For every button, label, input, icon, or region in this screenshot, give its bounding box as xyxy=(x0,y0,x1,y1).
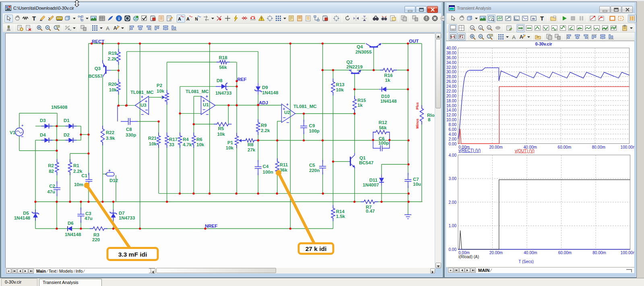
svg-text:C9: C9 xyxy=(309,123,315,128)
svg-text:D4: D4 xyxy=(40,133,46,137)
svg-text:2.00: 2.00 xyxy=(449,137,457,141)
svg-text:BC547: BC547 xyxy=(359,160,374,165)
svg-text:D5: D5 xyxy=(23,211,29,216)
svg-text:10k: 10k xyxy=(196,142,204,147)
svg-text:+: + xyxy=(206,94,208,99)
svg-text:47u: 47u xyxy=(85,216,93,221)
svg-text:56k: 56k xyxy=(219,65,227,70)
svg-text:1N4148: 1N4148 xyxy=(14,216,31,220)
svg-text:ADJ: ADJ xyxy=(259,100,268,105)
svg-text:18.00: 18.00 xyxy=(446,99,456,103)
svg-text:Q3: Q3 xyxy=(95,66,101,71)
svg-text:R9: R9 xyxy=(261,123,267,128)
svg-text:P2: P2 xyxy=(157,83,162,88)
svg-text:R15: R15 xyxy=(357,98,366,103)
svg-text:C5: C5 xyxy=(309,163,315,168)
svg-text:D6: D6 xyxy=(68,221,74,226)
svg-text:3.3 mF idi: 3.3 mF idi xyxy=(118,251,147,258)
svg-text:!: ! xyxy=(426,16,427,21)
svg-text:−: − xyxy=(21,134,23,139)
svg-text:R22: R22 xyxy=(106,130,114,135)
svg-text:R11: R11 xyxy=(280,162,288,167)
svg-text:+: + xyxy=(286,102,289,107)
svg-text:20.00: 20.00 xyxy=(446,94,456,98)
svg-text:i(Rload) (A): i(Rload) (A) xyxy=(458,255,479,259)
svg-text:60.00m: 60.00m xyxy=(558,251,572,255)
svg-text:T: T xyxy=(32,15,36,22)
svg-text:D9: D9 xyxy=(262,85,268,90)
svg-text:U2: U2 xyxy=(284,110,290,115)
svg-text:26.00: 26.00 xyxy=(446,79,456,84)
svg-text:100.00m: 100.00m xyxy=(621,251,634,255)
svg-text:D1: D1 xyxy=(64,118,70,123)
svg-text:T: T xyxy=(540,15,544,22)
svg-text:P1: P1 xyxy=(227,140,233,145)
svg-text:36.00: 36.00 xyxy=(446,56,456,60)
svg-text:i: i xyxy=(118,16,120,21)
svg-text:2.2k: 2.2k xyxy=(261,128,270,133)
svg-text:80.00m: 80.00m xyxy=(592,145,605,149)
svg-text:100: 100 xyxy=(56,25,60,27)
svg-text:20.00m: 20.00m xyxy=(489,251,503,255)
svg-text:10m: 10m xyxy=(74,182,83,187)
svg-text:R18: R18 xyxy=(219,55,227,60)
svg-text:C1: C1 xyxy=(81,173,87,178)
svg-text:Q2: Q2 xyxy=(347,60,353,64)
svg-text:24.00: 24.00 xyxy=(446,84,456,89)
svg-text:D8: D8 xyxy=(217,78,223,83)
svg-text:OUT: OUT xyxy=(409,39,419,44)
svg-text:2.2k: 2.2k xyxy=(108,56,117,61)
svg-text:1N4733: 1N4733 xyxy=(119,216,135,220)
svg-text:10k: 10k xyxy=(109,87,117,92)
svg-text:+: + xyxy=(141,95,143,99)
svg-text:1N4148: 1N4148 xyxy=(65,232,81,237)
svg-text:fx: fx xyxy=(532,17,535,21)
svg-text:−: − xyxy=(286,120,289,125)
svg-text:82: 82 xyxy=(49,169,54,174)
svg-text:D11: D11 xyxy=(369,178,378,182)
svg-text:2.00: 2.00 xyxy=(449,200,457,205)
svg-text:40.00m: 40.00m xyxy=(524,251,537,255)
svg-text:4.00: 4.00 xyxy=(449,153,457,158)
svg-text:0-30v.cir: 0-30v.cir xyxy=(535,41,552,46)
svg-text:R12: R12 xyxy=(378,120,387,125)
svg-text:R14: R14 xyxy=(336,209,345,214)
svg-text:16.00: 16.00 xyxy=(446,104,456,108)
svg-text:−: − xyxy=(202,107,205,112)
svg-text:C2: C2 xyxy=(49,184,55,189)
svg-text:8: 8 xyxy=(428,117,431,122)
svg-text:A: A xyxy=(186,17,190,21)
svg-text:10.00: 10.00 xyxy=(446,118,456,122)
svg-text:N: N xyxy=(195,17,198,21)
svg-text:R17: R17 xyxy=(169,137,178,142)
svg-text:38.00: 38.00 xyxy=(446,51,456,55)
svg-text:R8: R8 xyxy=(248,142,254,147)
svg-text:34.00: 34.00 xyxy=(446,60,456,65)
svg-text:C4: C4 xyxy=(263,164,269,169)
svg-text:R19: R19 xyxy=(108,51,117,56)
svg-text:REF: REF xyxy=(237,77,247,82)
svg-text:Plus: Plus xyxy=(415,102,419,110)
svg-text:Minus: Minus xyxy=(415,118,419,128)
svg-text:0.00: 0.00 xyxy=(449,142,457,146)
svg-text:y: y xyxy=(479,26,481,29)
svg-text:4.00: 4.00 xyxy=(449,132,457,137)
svg-text:R3: R3 xyxy=(93,232,99,237)
svg-text:Q4: Q4 xyxy=(357,44,363,49)
svg-text:60.00m: 60.00m xyxy=(558,145,571,149)
svg-text:10k: 10k xyxy=(336,87,344,92)
svg-text:v(RECT) (V): v(RECT) (V) xyxy=(458,148,481,153)
svg-text:4.7k: 4.7k xyxy=(183,142,192,147)
svg-text:56k: 56k xyxy=(379,125,387,130)
svg-text:40.00: 40.00 xyxy=(446,46,456,50)
svg-text:1N4148: 1N4148 xyxy=(380,99,397,104)
svg-text:220: 220 xyxy=(92,237,100,242)
svg-text:C8: C8 xyxy=(126,127,132,132)
svg-text:330p: 330p xyxy=(126,133,136,137)
svg-text:TL081_MC: TL081_MC xyxy=(130,90,154,95)
svg-text:10k: 10k xyxy=(217,132,225,137)
svg-text:1N4007: 1N4007 xyxy=(363,182,379,187)
svg-text:14.00: 14.00 xyxy=(446,108,456,112)
svg-text:D7: D7 xyxy=(119,211,125,216)
svg-text:A: A xyxy=(178,17,181,21)
